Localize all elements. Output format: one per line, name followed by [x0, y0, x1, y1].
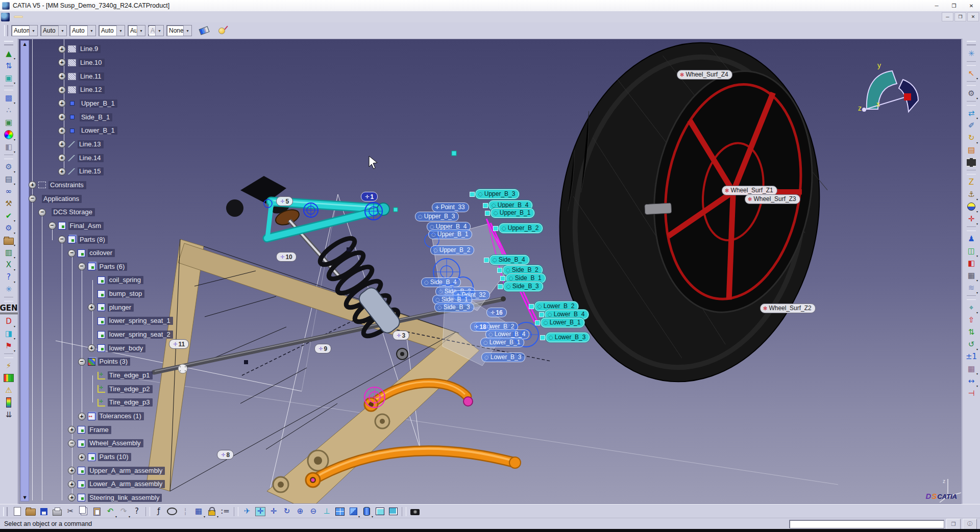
new-file-button[interactable] — [11, 505, 24, 518]
upper-arm-3d[interactable] — [226, 176, 389, 238]
point-label-cyan[interactable]: ◌ Upper_B_1 — [491, 208, 534, 218]
run-gears-icon[interactable]: ⚙▾ — [2, 222, 15, 234]
catalog-table-button[interactable]: ▦▾ — [192, 505, 205, 518]
cube-analyze-icon[interactable]: ◨▾ — [2, 327, 15, 340]
tree-node-label[interactable]: Final_Asm — [68, 222, 104, 230]
tree-item[interactable]: + Tolerances (1) — [19, 410, 173, 423]
section-cube-icon[interactable]: ◧▾ — [2, 141, 15, 153]
tree-item[interactable]: + Lower_B_1 — [19, 124, 173, 138]
menu-item[interactable] — [65, 16, 74, 18]
tree-expander[interactable]: − — [78, 358, 86, 366]
swap-space-button[interactable] — [386, 505, 400, 518]
tree-node-label[interactable]: Lower_B_1 — [80, 126, 117, 135]
tree-item[interactable]: + Frame — [19, 423, 173, 437]
image-capture-icon[interactable]: ▣▾ — [2, 72, 15, 84]
tolerance-combo[interactable]: Auto▾ — [99, 25, 125, 36]
mdi-restore-button[interactable]: ❐ — [954, 12, 966, 21]
tree-expander[interactable]: − — [68, 249, 76, 257]
tree-item[interactable]: − Applications — [19, 192, 173, 206]
manikin-icon[interactable]: ♟ — [965, 233, 978, 245]
tree-node-label[interactable]: lower_spring_seat_2 — [108, 331, 173, 339]
import-export-icon[interactable]: ⇅ — [2, 60, 15, 72]
command-input[interactable] — [789, 520, 944, 528]
restore-button[interactable]: ❐ — [945, 0, 963, 11]
chevron-down-icon[interactable]: ▾ — [155, 26, 163, 36]
find-binoculars-icon[interactable]: ∞ — [2, 185, 15, 197]
arrow-plane-icon[interactable]: ⇧ — [965, 314, 978, 326]
storage-folder-icon[interactable]: ▾ — [2, 234, 15, 246]
filmstrip-icon[interactable] — [965, 156, 978, 168]
tree-item[interactable]: + Line.14 — [19, 151, 173, 165]
pen-ball-icon[interactable] — [215, 24, 228, 37]
point-label-cyan[interactable]: ◌ Side_B_3 — [503, 282, 543, 291]
clamp-dimension-icon[interactable]: ⊣ — [965, 387, 978, 399]
point-label-cyan[interactable]: ◌ Lower_B_3 — [546, 333, 590, 342]
tree-item[interactable]: coil_spring — [19, 273, 173, 287]
tree-expander[interactable]: + — [68, 494, 76, 501]
tree-item[interactable]: + Constraints — [19, 179, 173, 192]
wheel-surface-label[interactable]: ✻ Wheel_Surf_Z4 — [677, 70, 732, 80]
iso-view-button[interactable]: ▾ — [347, 505, 360, 518]
tree-node-label[interactable]: Points (3) — [98, 358, 131, 366]
tree-expander[interactable]: − — [48, 222, 56, 230]
tree-expander[interactable]: + — [29, 181, 36, 189]
measure-icon[interactable]: ↔▾ — [965, 375, 978, 387]
tree-node-label[interactable]: Tire_edge_p1 — [108, 371, 153, 379]
info-button[interactable]: ⓘ — [963, 519, 977, 529]
tree-expander[interactable]: − — [68, 440, 76, 447]
tree-item[interactable]: Tire_edge_p3 — [19, 396, 173, 410]
tree-node-label[interactable]: plunger — [108, 303, 134, 312]
tree-item[interactable]: + Lower_A_arm_assembly — [19, 477, 173, 491]
tree-node-label[interactable]: Upper_A_arm_assembly — [88, 467, 165, 475]
anchor-icon[interactable]: ⚓▾ — [965, 188, 978, 200]
texture-view-icon[interactable]: ▤ — [965, 144, 978, 156]
tree-node-label[interactable]: coil_spring — [108, 276, 143, 284]
tolerance-combo[interactable]: Auto▾ — [128, 25, 145, 36]
tree-node-label[interactable]: Line.12 — [79, 86, 105, 94]
axis-target-icon[interactable]: ✛▾ — [965, 213, 978, 225]
gen-grid-icon[interactable]: GEN — [2, 303, 15, 315]
tree-expander[interactable]: + — [58, 140, 66, 148]
cut-button[interactable]: ✂ — [64, 505, 77, 518]
tree-node-label[interactable]: lower_body — [108, 344, 146, 352]
tree-item[interactable]: bump_stop — [19, 287, 173, 301]
fx-knowledge-button[interactable]: ƒ — [152, 505, 165, 518]
menu-item[interactable] — [14, 16, 23, 18]
tree-item[interactable]: − Parts (6) — [19, 260, 173, 274]
toolbar-grip[interactable] — [4, 25, 8, 36]
tree-node-label[interactable]: Wheel_Assembly — [88, 439, 143, 447]
tree-node-label[interactable]: DCS Storage — [52, 208, 95, 216]
tree-item[interactable]: + Upper_A_arm_assembly — [19, 464, 173, 477]
swap-points-icon[interactable]: ⇅ — [965, 326, 978, 338]
tree-node-label[interactable]: Upper_B_1 — [80, 99, 117, 108]
tree-expander[interactable]: − — [58, 236, 66, 243]
render-style-button[interactable]: ▾ — [360, 505, 373, 518]
callout-balloon[interactable]: ✛ 16 — [486, 308, 507, 317]
callout-balloon[interactable]: ✛ 10 — [276, 252, 297, 262]
tree-node-label[interactable]: Tire_edge_p3 — [108, 398, 153, 407]
tree-expander[interactable]: + — [58, 113, 66, 121]
tree-expander[interactable]: + — [58, 154, 66, 162]
tree-expander[interactable]: + — [58, 99, 66, 107]
mdi-close-button[interactable]: ✕ — [967, 12, 979, 21]
tree-item[interactable]: + Parts (10) — [19, 450, 173, 464]
tree-item[interactable]: Tire_edge_p1 — [19, 369, 173, 383]
point-label-blue[interactable]: ◌ Side_B_4 — [421, 277, 461, 287]
update-rotate-icon[interactable]: ↻▾ — [965, 132, 978, 144]
tolerance-combo[interactable]: None▾ — [166, 25, 192, 36]
zoom-out-button[interactable]: ⊖ — [307, 505, 320, 518]
paint-link-icon[interactable]: ✐ — [965, 119, 978, 132]
report-copy-icon[interactable]: ▤▾ — [2, 173, 15, 185]
callout-balloon[interactable]: ✛ 8 — [217, 450, 234, 460]
print-button[interactable] — [51, 505, 64, 518]
z-offset-icon[interactable]: Z — [965, 176, 978, 188]
tree-node-label[interactable]: bump_stop — [108, 290, 144, 298]
tree-expander[interactable]: + — [88, 344, 95, 352]
zoom-in-button[interactable]: ⊕ — [293, 505, 307, 518]
tree-expander[interactable]: + — [78, 453, 86, 461]
point-label-cyan[interactable]: ◌ Upper_B_3 — [475, 189, 519, 199]
callout-balloon[interactable]: ✛ 18 — [470, 322, 491, 332]
menu-item[interactable] — [34, 16, 43, 18]
menu-item[interactable] — [44, 16, 54, 18]
tree-item[interactable]: + Line.9 — [19, 42, 173, 56]
